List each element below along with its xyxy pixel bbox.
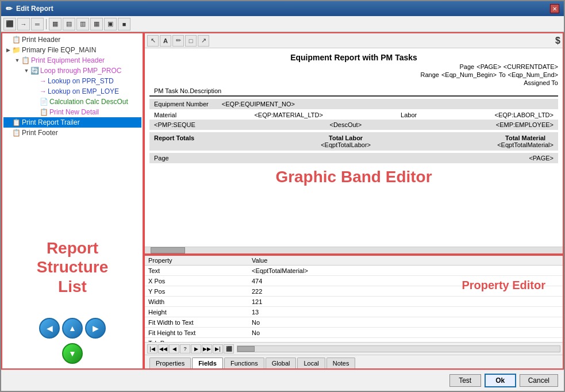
tab-notes[interactable]: Notes [326,358,356,368]
col2-header: Description [190,87,221,94]
total-material-var: <EqptTotalMaterial> [497,141,554,148]
tree-item-lookup-ppr[interactable]: → Lookup on PPR_STD [3,76,141,86]
toolbar-btn-3[interactable]: ═ [31,18,44,30]
tab-local[interactable]: Local [297,358,325,368]
arrow-emp: → [40,87,47,95]
arrow-ppr: → [40,77,47,85]
prop-name-0: Text [145,266,248,276]
tab-properties[interactable]: Properties [149,358,191,368]
toolbar-btn-4[interactable]: ▦ [49,18,62,30]
property-row-0[interactable]: Text<EqptTotalMaterial> [145,266,563,276]
total-labor-var: <EqptTotalLabor> [321,141,371,148]
assigned-to-label: Assigned To [524,79,558,86]
cancel-button[interactable]: Cancel [520,374,558,387]
tree-item-print-trailer[interactable]: 📋 Print Report Trailer [3,117,141,128]
prop-value-7 [248,338,563,343]
tree-icon-print-detail: 📋 [40,108,48,116]
tree-item-equip-header[interactable]: ▼ 📋 Print Equipment Header [3,55,141,66]
tree-label-calc-desc: Calculation Calc DescOut [49,98,128,106]
main-content: 📋 Print Header ▶ 📁 Primary File EQP_MAIN… [1,32,564,370]
gband-btn-pen[interactable]: ✏ [172,35,184,47]
toolbar-btn-9[interactable]: ■ [118,18,130,30]
total-labor-label: Total Labor [321,134,371,141]
nav-right-button[interactable]: ▶ [85,318,106,339]
prop-nav-extra[interactable]: ⬛ [224,344,234,353]
tree-label-equip-header: Print Equipment Header [31,56,105,64]
emp-employee: <EMP:EMPLOYEE> [496,121,554,128]
ok-button[interactable]: Ok [485,374,516,387]
left-panel: 📋 Print Header ▶ 📁 Primary File EQP_MAIN… [1,32,144,370]
dollar-sign-button[interactable]: $ [555,36,560,46]
prop-nav-next[interactable]: ▶ [191,344,201,353]
toolbar-btn-5[interactable]: ▤ [63,18,75,30]
prop-nav-prev-page[interactable]: ◀◀ [158,344,168,353]
gband-btn-rect[interactable]: □ [185,35,197,47]
property-row-1[interactable]: X Pos474 [145,276,563,286]
gband-btn-cursor[interactable]: ↖ [147,35,159,47]
current-date-var: <CURRENTDATE> [503,63,558,70]
bottom-bar: Test Ok Cancel [1,370,564,391]
property-row-6[interactable]: Fit Height to TextNo [145,328,563,338]
nav-left-button[interactable]: ◀ [39,318,60,339]
gband-btn-arrow[interactable]: ↗ [198,35,209,47]
nav-down-button[interactable]: ▼ [62,343,83,364]
col-spacer [221,87,558,94]
tree-item-print-detail[interactable]: 📋 Print New Detail [3,107,141,117]
tree-icon-print-header: 📋 [12,36,21,44]
close-button[interactable]: ✕ [550,4,559,13]
right-panel: ↖ A ✏ □ ↗ $ Equipment Report with PM Tas… [144,32,564,370]
report-totals-row: Report Totals Total Labor <EqptTotalLabo… [149,132,558,151]
property-row-4[interactable]: Height13 [145,307,563,317]
prop-nav-last[interactable]: ▶| [213,344,223,353]
tree-item-loop-pmp[interactable]: ▼ 🔄 Loop through PMP_PROC [3,66,141,76]
prop-nav-next-page[interactable]: ▶▶ [202,344,212,353]
expander-print-trailer [5,119,11,126]
toolbar-btn-1[interactable]: ⬛ [3,18,16,30]
tree-item-calc-desc[interactable]: 📄 Calculation Calc DescOut [3,97,141,107]
graphic-band-scrollbar[interactable] [145,247,563,253]
prop-value-1: 474 [248,276,563,286]
property-row-5[interactable]: Fit Width to TextNo [145,317,563,328]
pmp-seque: <PMP:SEQUE [154,121,195,128]
prop-name-2: Y Pos [145,286,248,297]
test-button[interactable]: Test [449,374,481,387]
prop-nav-help[interactable]: ? [180,344,190,353]
nav-up-button[interactable]: ▲ [62,318,83,339]
tree-item-lookup-emp[interactable]: → Lookup on EMP_LOYE [3,86,141,97]
toolbar-btn-6[interactable]: ▥ [76,18,89,30]
material-label: Material [154,112,176,118]
toolbar-btn-7[interactable]: ▦ [90,18,103,30]
toolbar-btn-2[interactable]: → [17,18,30,30]
prop-value-2: 222 [248,286,563,297]
tab-global[interactable]: Global [266,358,297,368]
toolbar-btn-8[interactable]: ▣ [104,18,117,30]
tree-label-lookup-emp: Lookup on EMP_LOYE [48,87,119,95]
tree-label-print-footer: Print Footer [22,129,58,137]
expander-loop-pmp: ▼ [23,67,30,74]
property-row-3[interactable]: Width121 [145,297,563,307]
property-row-7[interactable]: Tab P... [145,338,563,343]
prop-name-3: Width [145,297,248,307]
col1-header: PM Task No. [154,87,190,94]
tree-item-print-header[interactable]: 📋 Print Header [3,34,141,45]
scrollbar-thumb[interactable] [151,247,185,253]
property-row-2[interactable]: Y Pos222 [145,286,563,297]
nav-buttons: ◀ ▲ ▶ ▼ [2,313,143,368]
report-canvas[interactable]: Equipment Report with PM Tasks Page <PAG… [145,48,563,247]
totals-label: Report Totals [154,134,194,148]
to-label: To [499,71,506,78]
tree-item-print-footer[interactable]: 📋 Print Footer [3,128,141,138]
property-table[interactable]: Property Value Text<EqptTotalMaterial>X … [145,256,563,342]
prop-name-5: Fit Width to Text [145,317,248,328]
prop-nav-prev[interactable]: ◀ [169,344,179,353]
tab-functions[interactable]: Functions [224,358,264,368]
prop-col-property: Property [145,256,248,266]
prop-nav-first[interactable]: |◀ [147,344,157,353]
gband-btn-text[interactable]: A [160,35,171,47]
prop-scrollbar[interactable] [237,345,560,352]
tree-item-primary-file[interactable]: ▶ 📁 Primary File EQP_MAIN [3,45,141,55]
tree-icon-equip-header: 📋 [21,56,30,64]
footer-page-label: Page [154,155,169,162]
tab-fields[interactable]: Fields [192,358,223,368]
tree-area[interactable]: 📋 Print Header ▶ 📁 Primary File EQP_MAIN… [2,33,143,221]
